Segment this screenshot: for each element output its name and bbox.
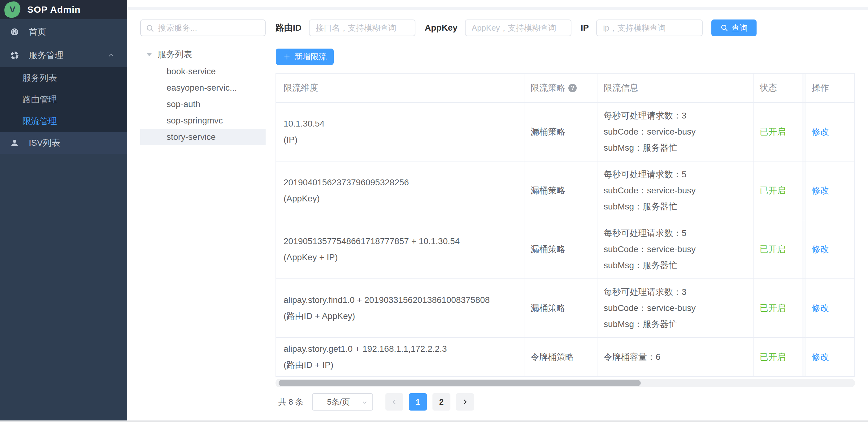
add-limit-button-label: 新增限流 [295,51,327,62]
top-divider [127,7,868,10]
tree-node-story-service[interactable]: story-service [140,129,266,145]
route-id-input[interactable] [310,20,415,36]
cell-dimension: 20190401562373796095328256 (AppKey) [276,162,524,220]
cell-info: 每秒可处理请求数：5 subCode：service-busy subMsg：服… [597,162,754,220]
sidebar-item-service-management[interactable]: 服务管理 [0,44,127,67]
status-badge: 已开启 [760,126,802,138]
sidebar-item-limit-management[interactable]: 限流管理 [0,110,127,132]
service-tree-panel: 服务列表 book-service easyopen-servic... sop… [140,20,266,145]
cell-status: 已开启 [754,103,802,161]
cell-strategy: 漏桶策略 [524,279,597,337]
page-button-2[interactable]: 2 [432,393,451,411]
window-scrollbar[interactable] [0,420,868,422]
cell-strategy: 令牌桶策略 [524,338,597,376]
cell-strategy: 漏桶策略 [524,162,597,220]
tree-node-label: sop-springmvc [166,116,223,126]
header-limit-strategy: 限流策略 ? [524,74,597,102]
cell-strategy: 漏桶策略 [524,103,597,161]
page-size-select[interactable]: 5条/页 [312,393,373,411]
ip-input[interactable] [597,20,702,36]
edit-link[interactable]: 修改 [812,302,855,314]
status-badge: 已开启 [760,351,802,363]
help-icon[interactable]: ? [568,84,577,92]
service-search-box [140,20,266,36]
tree-node-easyopen-service[interactable]: easyopen-servic... [140,79,266,96]
table-header: 限流维度 限流策略 ? 限流信息 状态 操作 [276,74,855,103]
edit-link[interactable]: 修改 [812,244,855,255]
sidebar-item-isv-list[interactable]: ISV列表 [0,132,127,154]
next-page-button[interactable] [456,393,474,411]
cell-status: 已开启 [754,162,802,220]
service-tree: 服务列表 book-service easyopen-servic... sop… [140,46,266,145]
search-button[interactable]: 查询 [711,20,756,36]
sidebar-submenu: 服务列表 路由管理 限流管理 [0,67,127,132]
page-size-value: 5条/页 [327,397,350,408]
table-row: 10.1.30.54 (IP) 漏桶策略 每秒可处理请求数：3 subCode：… [276,103,855,162]
chevron-right-icon [461,398,469,405]
cell-dimension: 10.1.30.54 (IP) [276,103,524,161]
table-row: alipay.story.get1.0 + 192.168.1.1,172.2.… [276,338,855,377]
edit-link[interactable]: 修改 [812,185,855,196]
sidebar-item-label: ISV列表 [29,137,60,149]
add-limit-button[interactable]: 新增限流 [276,48,334,65]
pagination-total: 共 8 条 [278,397,303,408]
sidebar-item-route-management[interactable]: 路由管理 [0,89,127,110]
app-window: V SOP Admin 首页 [0,0,868,422]
cell-action: 修改 [805,338,855,376]
search-icon [146,24,154,33]
user-icon [10,138,19,148]
app-logo: V [3,1,21,18]
appkey-label: AppKey [425,23,458,33]
cell-status: 已开启 [754,279,802,337]
table-row: 20190513577548661718777857 + 10.1.30.54 … [276,220,855,279]
logo-bar: V SOP Admin [0,0,127,19]
submenu-label: 路由管理 [22,94,57,105]
fixed-column-gutter [802,103,805,161]
sidebar-item-service-list[interactable]: 服务列表 [0,67,127,89]
header-status: 状态 [754,74,802,102]
header-limit-dimension: 限流维度 [276,74,524,102]
sidebar-menu: 首页 服务管理 服务列表 路由管理 限流管理 [0,19,127,154]
cell-status: 已开启 [754,338,802,376]
edit-link[interactable]: 修改 [812,126,855,138]
cell-info: 每秒可处理请求数：3 subCode：service-busy subMsg：服… [597,279,754,337]
cell-action: 修改 [805,162,855,220]
tree-root-service-list[interactable]: 服务列表 [140,46,266,63]
fixed-column-gutter [802,279,805,337]
cell-info: 每秒可处理请求数：3 subCode：service-busy subMsg：服… [597,103,754,161]
service-search-input[interactable] [158,20,264,36]
fixed-column-gutter [802,338,805,376]
submenu-label: 限流管理 [22,116,57,127]
page-button-1[interactable]: 1 [409,393,427,411]
cell-dimension: alipay.story.get1.0 + 192.168.1.1,172.2.… [276,338,524,376]
cell-dimension: alipay.story.find1.0 + 20190331562013861… [276,279,524,337]
sidebar-item-home[interactable]: 首页 [0,20,127,44]
fixed-column-gutter [802,162,805,220]
chevron-left-icon [391,398,398,405]
status-badge: 已开启 [760,185,802,196]
tree-node-label: easyopen-servic... [166,83,237,93]
main-content: 服务列表 book-service easyopen-servic... sop… [127,0,868,422]
pagination: 共 8 条 5条/页 1 2 [278,392,474,412]
status-badge: 已开启 [760,244,802,255]
appkey-input[interactable] [466,20,571,36]
search-button-label: 查询 [732,23,748,33]
table-hscrollbar-thumb[interactable] [279,380,641,386]
caret-down-icon [147,53,152,56]
cell-info: 令牌桶容量：6 [597,338,754,376]
chevron-down-icon [361,399,368,406]
table-row: alipay.story.find1.0 + 20190331562013861… [276,279,855,338]
table-hscrollbar-track [276,379,855,387]
edit-link[interactable]: 修改 [812,351,855,363]
tree-node-book-service[interactable]: book-service [140,63,266,79]
tree-root-label: 服务列表 [158,48,192,60]
cell-action: 修改 [805,220,855,279]
tree-node-sop-auth[interactable]: sop-auth [140,96,266,112]
header-action: 操作 [805,74,855,102]
tree-node-label: book-service [166,67,216,76]
tree-node-label: sop-auth [166,99,200,109]
tree-node-sop-springmvc[interactable]: sop-springmvc [140,112,266,129]
status-badge: 已开启 [760,302,802,314]
prev-page-button[interactable] [385,393,403,411]
cell-info: 每秒可处理请求数：5 subCode：service-busy subMsg：服… [597,220,754,279]
